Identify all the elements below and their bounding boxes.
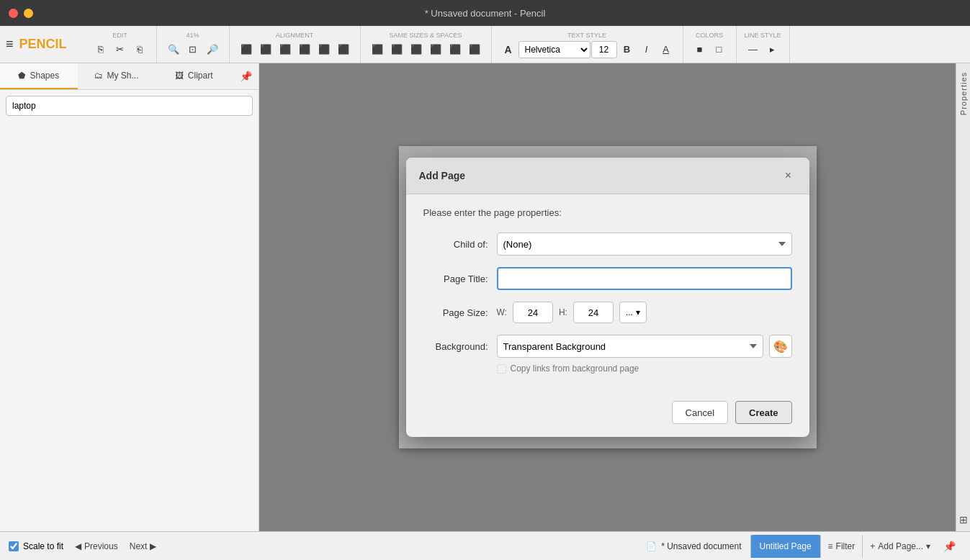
minimize-button[interactable] — [24, 9, 33, 18]
filter-button[interactable]: ≡ Filter — [820, 535, 863, 558]
title-bar: * Unsaved document - Pencil — [0, 0, 970, 26]
line-style-more-button[interactable]: ▸ — [763, 40, 782, 59]
background-inputs: Transparent Background 🎨 — [497, 335, 792, 358]
close-button[interactable] — [9, 9, 18, 18]
same-height-button[interactable]: ⬛ — [387, 40, 406, 59]
copy-button[interactable]: ⎘ — [91, 40, 110, 59]
modal-description: Please enter the page properties: — [423, 207, 792, 218]
height-input[interactable] — [573, 302, 614, 323]
tab-my-shapes[interactable]: 🗂 My Sh... — [78, 63, 156, 89]
distribute-button[interactable]: ⬛ — [465, 40, 484, 59]
search-container — [0, 90, 259, 122]
distribute-h-button[interactable]: ⬛ — [426, 40, 445, 59]
background-select[interactable]: Transparent Background — [497, 335, 763, 358]
line-style-button[interactable]: — — [744, 40, 763, 59]
edit-buttons: ⎘ ✂ ⎗ — [89, 40, 152, 59]
fill-color-button[interactable]: ■ — [691, 40, 709, 59]
canvas-area: Add Page × Please enter the page propert… — [259, 63, 956, 531]
previous-button[interactable]: ◀ Previous — [75, 541, 118, 551]
page-title-label: Page Title: — [423, 274, 488, 284]
page-size-control: W: H: ... ▾ — [497, 302, 792, 323]
toolbar-section-zoom: 41% 🔍 ⊡ 🔎 — [157, 26, 230, 63]
previous-label: Previous — [84, 541, 118, 551]
pin-sidebar-button[interactable]: 📌 — [233, 63, 259, 89]
italic-button[interactable]: I — [637, 40, 656, 59]
my-shapes-label: My Sh... — [107, 71, 139, 81]
page-size-row: Page Size: W: H: ... ▾ — [423, 302, 792, 323]
distribute-v-button[interactable]: ⬛ — [446, 40, 464, 59]
my-shapes-icon: 🗂 — [94, 71, 103, 81]
tab-shapes[interactable]: ⬟ Shapes — [0, 63, 78, 89]
sidebar: ⬟ Shapes 🗂 My Sh... 🖼 Clipart 📌 — [0, 63, 259, 531]
align-center-button[interactable]: ⬛ — [256, 40, 275, 59]
align-middle-button[interactable]: ⬛ — [315, 40, 333, 59]
clipart-label: Clipart — [188, 71, 213, 81]
menu-button[interactable]: ≡ — [6, 37, 14, 52]
cut-button[interactable]: ✂ — [111, 40, 130, 59]
size-presets-button[interactable]: ... ▾ — [619, 302, 647, 323]
create-button[interactable]: Create — [735, 401, 791, 424]
modal-body: Please enter the page properties: Child … — [406, 194, 809, 392]
zoom-buttons: 🔍 ⊡ 🔎 — [161, 40, 225, 59]
text-style-label: TEXT STYLE — [567, 30, 606, 40]
page-title-control — [497, 267, 792, 290]
fit-button[interactable]: ⊡ — [184, 40, 202, 59]
page-title-input[interactable] — [497, 267, 792, 290]
toolbar-section-edit: EDIT ⎘ ✂ ⎗ — [84, 26, 157, 63]
bottom-bar: Scale to fit ◀ Previous Next ▶ 📄 * Unsav… — [0, 531, 970, 560]
zoom-in-button[interactable]: 🔎 — [203, 40, 222, 59]
pin-bottom-button[interactable]: 📌 — [938, 541, 961, 552]
font-size-input[interactable] — [591, 41, 617, 58]
document-tab[interactable]: 📄 * Unsaved document — [637, 535, 750, 558]
stroke-color-button[interactable]: □ — [710, 40, 729, 59]
same-size-button[interactable]: ⬛ — [407, 40, 426, 59]
font-family-select[interactable]: Helvetica — [518, 41, 590, 58]
app-logo: PENCIL — [19, 37, 67, 52]
align-top-button[interactable]: ⬛ — [295, 40, 314, 59]
dots-label: ... — [626, 307, 633, 317]
text-style-buttons: A Helvetica B I A — [496, 40, 678, 59]
align-bottom-button[interactable]: ⬛ — [334, 40, 353, 59]
align-right-button[interactable]: ⬛ — [276, 40, 295, 59]
same-width-button[interactable]: ⬛ — [368, 40, 387, 59]
modal-footer: Cancel Create — [406, 392, 809, 437]
properties-tab[interactable]: Properties — [959, 63, 968, 124]
bg-select-wrap: Transparent Background — [497, 335, 763, 358]
toolbar-section-text: TEXT STYLE A Helvetica B I A — [492, 26, 683, 63]
scale-to-fit-checkbox[interactable] — [9, 541, 19, 551]
zoom-out-button[interactable]: 🔍 — [164, 40, 183, 59]
child-of-control: (None) — [497, 232, 792, 256]
background-paint-button[interactable]: 🎨 — [769, 335, 792, 358]
align-left-button[interactable]: ⬛ — [237, 40, 256, 59]
bold-button[interactable]: B — [618, 40, 637, 59]
alignment-label: ALIGNMENT — [276, 30, 314, 40]
paste-button[interactable]: ⎗ — [130, 40, 149, 59]
page-title-row: Page Title: — [423, 267, 792, 290]
add-page-arrow-icon: ▾ — [926, 541, 930, 551]
width-label: W: — [497, 307, 507, 317]
prev-arrow-icon: ◀ — [75, 541, 81, 551]
edit-label: EDIT — [112, 30, 127, 40]
underline-button[interactable]: A — [657, 40, 675, 59]
cancel-button[interactable]: Cancel — [672, 401, 728, 424]
next-label: Next — [130, 541, 148, 551]
add-page-button[interactable]: + Add Page... ▾ — [862, 535, 938, 558]
child-of-select[interactable]: (None) — [497, 232, 792, 256]
toolbar-section-line: LINE STYLE — ▸ — [737, 26, 790, 63]
shapes-icon: ⬟ — [18, 71, 25, 81]
next-button[interactable]: Next ▶ — [130, 541, 157, 551]
width-input[interactable] — [513, 302, 553, 323]
page-tab[interactable]: Untitled Page — [751, 535, 820, 558]
tab-clipart[interactable]: 🖼 Clipart — [155, 63, 233, 89]
page-size-label: Page Size: — [423, 307, 488, 318]
search-input[interactable] — [6, 96, 253, 116]
font-color-button[interactable]: A — [499, 40, 518, 59]
header-left: ≡ PENCIL — [0, 37, 84, 52]
child-of-label: Child of: — [423, 239, 488, 250]
zoom-label: 41% — [187, 30, 199, 40]
background-label: Background: — [423, 341, 488, 352]
properties-panel: Properties ⊞ — [956, 63, 970, 531]
adjust-icon[interactable]: ⊞ — [959, 508, 968, 531]
copy-links-checkbox[interactable] — [497, 364, 506, 374]
modal-close-button[interactable]: × — [781, 168, 796, 184]
